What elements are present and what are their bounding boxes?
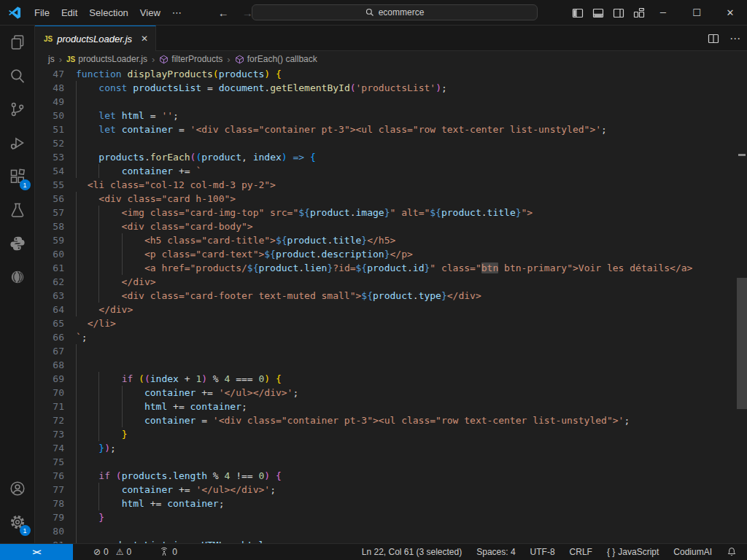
breadcrumb-symbol-filterproducts[interactable]: filterProducts [159,54,222,64]
code-line[interactable]: 73 } [35,427,737,441]
code-line[interactable]: 78 html += container; [35,497,737,510]
code-line[interactable]: 54 container += ` [35,164,737,178]
code-line[interactable]: 72 container = '<div class="container pt… [35,413,737,427]
code-line[interactable]: 76 if (products.length % 4 !== 0) { [35,469,737,483]
code-line[interactable]: 63 <div class="card-footer text-muted sm… [35,289,737,303]
code-line[interactable]: 66`; [35,330,737,344]
menu-view[interactable]: View [134,4,166,21]
code-line[interactable]: 48 const productsList = document.getElem… [35,81,737,95]
tab-close-icon[interactable]: ✕ [141,34,148,44]
nav-back-icon[interactable]: ← [218,7,229,19]
code-line[interactable]: 59 <h5 class="card-title">${product.titl… [35,233,737,247]
vertical-scrollbar[interactable] [737,278,747,409]
code-line[interactable]: 68 [35,358,737,372]
breadcrumb-file[interactable]: JS productsLoader.js [66,54,147,64]
split-editor-icon[interactable] [708,33,719,44]
code-line[interactable]: 50 let html = ''; [35,109,737,122]
run-debug-icon[interactable] [0,126,35,160]
notifications-bell[interactable] [722,544,741,560]
code-token [76,387,144,398]
command-center-search[interactable]: ecommerce [252,4,538,20]
menu-file[interactable]: File [28,4,55,21]
line-number: 76 [35,469,64,483]
code-line[interactable]: 47function displayProducts(products) { [35,67,737,81]
code-line[interactable]: 55 <li class="col-12 col-md-3 py-2"> [35,178,737,192]
code-line[interactable]: 80 [35,524,737,538]
remote-indicator[interactable]: >< [0,544,73,560]
ports-indicator[interactable]: 0 [155,544,182,560]
testing-icon[interactable] [0,193,35,227]
minimize-button[interactable]: ─ [646,0,680,26]
python-icon[interactable] [0,227,35,260]
close-button[interactable]: ✕ [713,0,747,26]
code-token [270,373,276,384]
indentation-indicator[interactable]: Spaces: 4 [472,544,519,560]
code-line[interactable]: 71 html += container; [35,400,737,413]
breadcrumb-symbol-foreach-callback[interactable]: forEach() callback [235,54,317,64]
code-editor[interactable]: 47function displayProducts(products) {48… [35,67,747,543]
code-line[interactable]: 60 <p class="card-text">${product.descri… [35,247,737,261]
breadcrumb-folder[interactable]: js [48,54,55,64]
explorer-icon[interactable] [0,26,35,59]
indent-guide [76,427,77,441]
encoding-indicator[interactable]: UTF-8 [526,544,560,560]
code-line[interactable]: 65 </li> [35,316,737,330]
code-line[interactable]: 79 } [35,510,737,524]
customize-layout-icon[interactable] [633,7,645,19]
indent-guide [76,386,77,400]
accounts-icon[interactable] [0,472,35,505]
line-number: 73 [35,427,64,441]
menu-edit[interactable]: Edit [55,4,83,21]
language-indicator[interactable]: { } JavaScript [603,544,663,560]
code-line[interactable]: 81 productsList.innerHTML = html; [35,538,737,543]
code-line[interactable]: 74 }); [35,441,737,455]
cursor-position[interactable]: Ln 22, Col 61 (3 selected) [357,544,466,560]
tab-productsloader[interactable]: JS productsLoader.js ✕ [35,26,156,51]
maximize-button[interactable]: ☐ [680,0,713,26]
code-token: += [173,166,196,176]
indent-guide [98,261,99,275]
code-line[interactable]: 62 </div> [35,275,737,289]
search-sidebar-icon[interactable] [0,59,35,93]
code-line[interactable]: 56 <div class="card h-100"> [35,192,737,206]
code-token: index [253,152,282,163]
code-line[interactable]: 53 products.forEach((product, index) => … [35,150,737,164]
code-token: += [173,484,196,495]
editor-more-actions-icon[interactable]: ⋯ [729,32,741,45]
toggle-sidebar-icon[interactable] [572,7,584,19]
problems-indicator[interactable]: ⊘ 0 ⚠ 0 [89,544,136,560]
code-line[interactable]: 64 </div> [35,303,737,316]
menu-selection[interactable]: Selection [83,4,133,21]
code-token: . [167,540,173,543]
code-token: product [201,152,241,163]
code-line[interactable]: 52 [35,136,737,150]
code-token: lien [304,262,327,273]
code-line[interactable]: 67 [35,344,737,358]
menu-more[interactable]: ⋯ [166,4,187,21]
code-token [76,540,98,543]
code-line[interactable]: 69 if ((index + 1) % 4 === 0) { [35,372,737,386]
line-number: 48 [35,81,64,95]
code-line[interactable]: 49 [35,95,737,109]
code-line[interactable]: 58 <div class="card-body"> [35,219,737,233]
code-token: ; [293,387,298,398]
code-line[interactable]: 51 let container = '<div class="containe… [35,122,737,136]
code-token: index [150,373,179,384]
code-line[interactable]: 70 container += '</ul></div>'; [35,386,737,400]
code-token: ; [110,443,116,454]
toggle-secondary-sidebar-icon[interactable] [613,7,624,19]
source-control-icon[interactable] [0,93,35,126]
database-icon[interactable] [0,260,35,294]
toggle-panel-icon[interactable] [592,7,604,19]
eol-indicator[interactable]: CRLF [565,544,597,560]
codiumai-indicator[interactable]: CodiumAI [669,544,716,560]
code-line[interactable]: 61 <a href="products/${product.lien}?id=… [35,261,737,275]
code-line[interactable]: 75 [35,455,737,469]
code-token: = [196,415,212,426]
code-line[interactable]: 77 container += '</ul></div>'; [35,483,737,497]
code-token: = [173,124,190,135]
code-line[interactable]: 57 <img class="card-img-top" src="${prod… [35,206,737,219]
extensions-icon[interactable]: 1 [0,160,35,193]
settings-gear-icon[interactable]: 1 [0,505,35,539]
indent-guide [98,400,99,413]
